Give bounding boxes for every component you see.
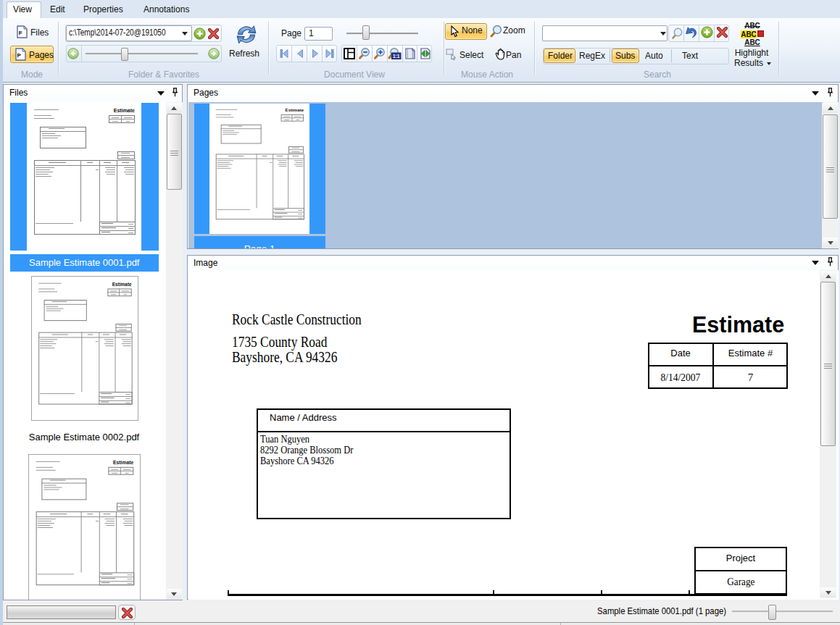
svg-text:1:1: 1:1 [393,54,400,59]
svg-text:F: F [19,30,22,36]
svg-text:P: P [17,52,22,59]
